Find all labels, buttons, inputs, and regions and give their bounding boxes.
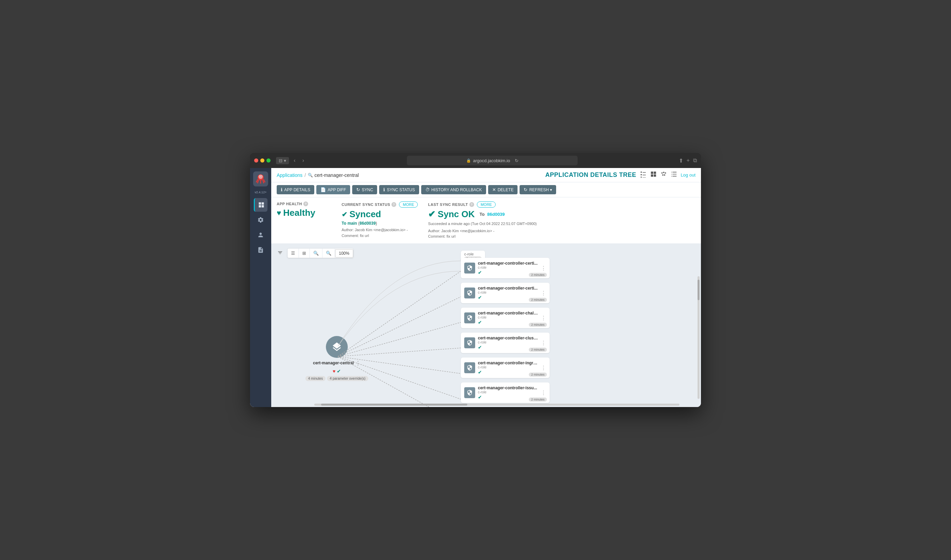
current-sync-label: CURRENT SYNC STATUS ? <box>342 202 396 207</box>
resource-name-2: cert-manager-controller-chall... <box>478 311 538 315</box>
maximize-button[interactable] <box>266 158 271 163</box>
resource-menu-1[interactable]: ⋮ <box>541 290 546 296</box>
resource-time-2: 2 minutes <box>529 323 547 327</box>
version-label: v2.4.12+ <box>255 191 267 194</box>
last-sync-more-button[interactable]: MORE <box>477 202 496 208</box>
tabs-icon[interactable]: ⧉ <box>693 157 697 164</box>
refresh-button[interactable]: ↻ REFRESH ▾ <box>520 185 556 194</box>
app-node-sync-icon: ✔ <box>337 368 341 374</box>
network-view-icon[interactable] <box>660 171 667 179</box>
filter-button[interactable] <box>276 249 284 258</box>
last-sync-value: ✔ Sync OK To 86d0039 <box>428 209 696 220</box>
resource-node-4[interactable]: cert-manager-controller-ingre... c-role … <box>461 357 549 378</box>
sidebar-item-apps[interactable] <box>254 198 268 212</box>
resource-menu-4[interactable]: ⋮ <box>541 365 546 371</box>
resource-node-2[interactable]: cert-manager-controller-chall... c-role … <box>461 308 549 328</box>
shield-icon-1 <box>466 290 473 296</box>
canvas-area: ☰ ⊞ 🔍 🔍 100% <box>271 244 701 408</box>
app-details-button[interactable]: ℹ APP DETAILS <box>277 185 314 194</box>
resource-menu-5[interactable]: ⋮ <box>541 389 546 396</box>
breadcrumb-separator: / <box>305 172 306 178</box>
lock-icon: 🔒 <box>466 158 471 163</box>
zoom-out-btn[interactable]: 🔍 <box>322 249 335 258</box>
sync-status-button[interactable]: ℹ SYNC STATUS <box>379 185 419 194</box>
reload-icon[interactable]: ↻ <box>515 158 519 163</box>
list-view-btn[interactable]: ☰ <box>288 249 299 258</box>
sync-label: SYNC <box>362 188 373 192</box>
last-sync-section: LAST SYNC RESULT ? MORE ✔ Sync OK To 86d… <box>428 202 696 239</box>
app-node-param-badge: 4 parameter override(s) <box>327 376 368 381</box>
sync-button[interactable]: ↻ SYNC <box>352 185 377 194</box>
resource-menu-0[interactable]: ⋮ <box>541 265 546 271</box>
share-icon[interactable]: ⬆ <box>679 157 683 164</box>
sync-status-icon: ℹ <box>383 187 385 192</box>
address-bar[interactable]: 🔒 argocd.jacobkim.io ↻ <box>407 156 578 165</box>
app-name-label: cert-manager-central <box>314 172 359 178</box>
url-display: argocd.jacobkim.io <box>473 158 510 163</box>
status-panel: APP HEALTH ? ♥ Healthy CURRENT SYNC STAT… <box>271 197 701 244</box>
sync-info-icon[interactable]: ? <box>391 202 396 207</box>
app-diff-button[interactable]: 📄 APP DIFF <box>316 185 350 194</box>
resource-check-4: ✔ <box>478 369 482 375</box>
app-node-tags: 4 minutes 4 parameter override(s) <box>305 376 368 381</box>
back-button[interactable]: ‹ <box>292 157 297 164</box>
forward-button[interactable]: › <box>300 157 306 164</box>
info-icon: ℹ <box>281 187 283 192</box>
history-button[interactable]: ⏱ HISTORY AND ROLLBACK <box>421 185 486 194</box>
resource-time-3: 2 minutes <box>529 348 547 352</box>
app-node-menu[interactable]: ⋮ <box>355 360 361 366</box>
octopus-logo-icon <box>254 173 267 185</box>
resource-node-0[interactable]: cert-manager-controller-certi... c-role … <box>461 258 549 278</box>
tree-view-icon[interactable] <box>640 171 646 179</box>
resource-time-4: 2 minutes <box>529 372 547 377</box>
app-node[interactable]: cert-manager-central ⋮ ♥ ✔ 4 minutes 4 p… <box>305 336 368 381</box>
resource-name-3: cert-manager-controller-clust... <box>478 335 538 340</box>
minimize-button[interactable] <box>260 158 265 163</box>
canvas-controls: ☰ ⊞ 🔍 🔍 100% <box>288 249 353 258</box>
shield-icon-2 <box>466 315 473 321</box>
last-sync-time: Succeeded a minute ago (Tue Oct 04 2022 … <box>428 221 696 227</box>
vertical-scrollbar-thumb[interactable] <box>697 280 700 300</box>
resource-node-1[interactable]: cert-manager-controller-certi... c-role … <box>461 283 549 303</box>
list-view-icon[interactable] <box>671 171 677 179</box>
resource-name-4: cert-manager-controller-ingre... <box>478 361 538 365</box>
resource-node-5[interactable]: cert-manager-controller-issu... c-role ✔… <box>461 382 549 403</box>
horizontal-scrollbar-track <box>314 404 679 406</box>
last-sync-meta: Author: Jacob Kim <me@jacobkim.io> - Com… <box>428 228 696 239</box>
close-button[interactable] <box>254 158 258 163</box>
logout-button[interactable]: Log out <box>681 172 696 178</box>
graph-canvas: cert-manager-central ⋮ ♥ ✔ 4 minutes 4 p… <box>271 244 701 408</box>
diff-icon: 📄 <box>320 187 326 192</box>
last-sync-commit-link[interactable]: 86d0039 <box>487 212 505 217</box>
resource-time-5: 2 minutes <box>529 397 547 402</box>
sync-commit-link[interactable]: 86d0039 <box>359 221 375 226</box>
app-health-info-icon[interactable]: ? <box>303 202 308 206</box>
sidebar-toggle-button[interactable]: ⊟ ▾ <box>276 157 289 164</box>
app-body: v2.4.12+ <box>250 168 701 407</box>
last-sync-info-icon[interactable]: ? <box>469 202 474 207</box>
resource-node-3[interactable]: cert-manager-controller-clust... c-role … <box>461 332 549 353</box>
sidebar-item-user[interactable] <box>254 228 268 242</box>
resource-type-0: c-role <box>478 266 538 269</box>
resource-type-3: c-role <box>478 340 538 344</box>
canvas-toolbar: ☰ ⊞ 🔍 🔍 100% <box>276 249 353 258</box>
network-view-btn[interactable]: ⊞ <box>299 249 310 258</box>
resource-menu-2[interactable]: ⋮ <box>541 315 546 321</box>
resource-type-2: c-role <box>478 315 538 319</box>
delete-button[interactable]: ✕ DELETE <box>488 185 518 194</box>
breadcrumb-applications-link[interactable]: Applications <box>277 172 303 178</box>
sidebar-item-settings[interactable] <box>254 213 268 227</box>
zoom-in-btn[interactable]: 🔍 <box>310 249 322 258</box>
grid-view-icon[interactable] <box>650 171 657 179</box>
apps-icon <box>258 202 265 208</box>
sync-more-button[interactable]: MORE <box>399 202 418 208</box>
layers-icon <box>331 342 342 352</box>
new-tab-icon[interactable]: + <box>686 157 690 164</box>
sidebar-item-docs[interactable] <box>254 243 268 257</box>
settings-icon <box>257 217 264 223</box>
horizontal-scrollbar-thumb[interactable] <box>321 404 467 406</box>
sync-branch-info: To main (86d0039) <box>342 221 418 226</box>
traffic-lights <box>254 158 271 163</box>
top-bar-icons: APPLICATION DETAILS TREE <box>545 171 696 179</box>
resource-menu-3[interactable]: ⋮ <box>541 340 546 346</box>
